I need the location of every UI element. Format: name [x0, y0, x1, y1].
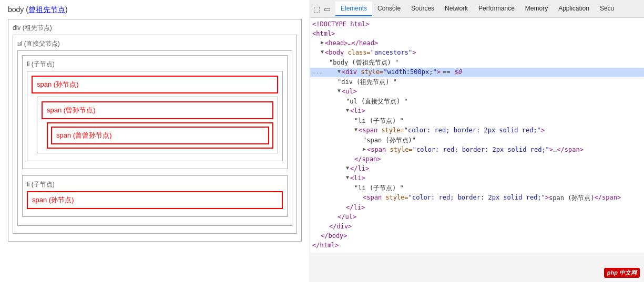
span-greatgrandchild-box: span (曾孙节点) span (曾曾孙节点): [37, 97, 278, 153]
tab-performance[interactable]: Performance: [473, 2, 520, 16]
tab-elements[interactable]: Elements: [335, 2, 372, 16]
triangle-icon[interactable]: ▼: [321, 49, 324, 55]
tab-application[interactable]: Application: [553, 2, 595, 16]
devtools-panel: ⬚ ▭ Elements Console Sources Network Per…: [310, 0, 644, 282]
html-line: ▼ <li>: [310, 107, 644, 116]
body-ancestor-link[interactable]: 曾祖先节点: [28, 5, 65, 14]
triangle-icon[interactable]: ▼: [338, 68, 341, 74]
html-line: <html>: [310, 29, 644, 39]
triangle-icon[interactable]: ▼: [346, 107, 349, 113]
tab-sources[interactable]: Sources: [406, 2, 439, 16]
devtools-icons: ⬚ ▭: [312, 5, 331, 13]
html-line: </li>: [310, 203, 644, 213]
span-greatgreatgrandchild: span (曾曾孙节点): [51, 127, 269, 144]
span-grandchild2: span (孙节点): [27, 191, 283, 209]
li2-box: li (子节点) span (孙节点): [22, 175, 288, 217]
body-box: div (祖先节点) ul (直接父节点) li (子节点) span (孙节点…: [8, 19, 302, 242]
triangle-icon[interactable]: ▶: [321, 39, 324, 45]
php-badge: php 中文网: [604, 268, 640, 278]
span-grandchild1: span (孙节点): [32, 76, 278, 93]
devtools-tabs-bar: ⬚ ▭ Elements Console Sources Network Per…: [310, 0, 644, 18]
li2-label: li (子节点): [27, 180, 283, 189]
span-greatgrandchild: span (曾孙节点): [42, 101, 273, 119]
html-line: "li (子节点) ": [310, 116, 644, 126]
tab-console[interactable]: Console: [372, 2, 406, 16]
html-line: ▼ <body class="ancestors">: [310, 48, 644, 58]
html-line: </ul>: [310, 213, 644, 222]
li1-box: li (子节点) span (孙节点) span (曾孙节点) span (曾曾…: [22, 55, 288, 169]
tab-security[interactable]: Secu: [595, 2, 619, 16]
triangle-icon[interactable]: ▼: [338, 88, 341, 93]
inspect-icon[interactable]: ⬚: [312, 5, 321, 13]
html-line: <span style="color: red; border: 2px sol…: [310, 193, 644, 203]
html-line: "ul (直接父节点) ": [310, 97, 644, 107]
div-label: div (祖先节点): [13, 24, 297, 33]
html-line: "body (曾祖先节点) ": [310, 58, 644, 68]
html-line-highlighted: ... ▼ <div style="width:500px;"> == $0: [310, 68, 644, 77]
html-line: ▼ <span style="color: red; border: 2px s…: [310, 126, 644, 135]
triangle-icon[interactable]: ▼: [354, 127, 357, 132]
ul-label: ul (直接父节点): [17, 39, 292, 48]
html-line: "span (孙节点)": [310, 135, 644, 145]
html-line: ▼ </li>: [310, 164, 644, 174]
device-icon[interactable]: ▭: [323, 5, 331, 13]
html-line: </html>: [310, 241, 644, 250]
triangle-icon[interactable]: ▼: [346, 174, 349, 180]
html-line: <!DOCTYPE html>: [310, 20, 644, 29]
html-line: ▼ <li>: [310, 174, 644, 183]
li1-label: li (子节点): [27, 60, 283, 69]
html-line: </body>: [310, 232, 644, 241]
html-line: "div (祖先节点) ": [310, 77, 644, 87]
devtools-content-wrap: <!DOCTYPE html> <html> ▶ <head>…</head> …: [310, 18, 644, 282]
body-label: body (曾祖先节点): [8, 5, 302, 15]
ul-box: li (子节点) span (孙节点) span (曾孙节点) span (曾曾…: [17, 50, 292, 226]
html-line: "li (子节点) ": [310, 183, 644, 193]
tab-memory[interactable]: Memory: [520, 2, 553, 16]
html-line: ▶ <head>…</head>: [310, 39, 644, 48]
div-box: ul (直接父节点) li (子节点) span (孙节点) span (曾孙节…: [13, 35, 297, 234]
line-gutter: ...: [312, 68, 327, 75]
html-line: </div>: [310, 222, 644, 232]
li1-inner-box: span (孙节点) span (曾孙节点) span (曾曾孙节点): [27, 71, 283, 161]
devtools-html-content: <!DOCTYPE html> <html> ▶ <head>…</head> …: [310, 18, 644, 253]
html-line: ▶ <span style="color: red; border: 2px s…: [310, 145, 644, 155]
html-line: </span>: [310, 155, 644, 164]
triangle-icon[interactable]: ▶: [363, 146, 366, 152]
html-line: ▼ <ul>: [310, 87, 644, 97]
triangle-icon[interactable]: ▼: [346, 165, 349, 171]
left-panel: body (曾祖先节点) div (祖先节点) ul (直接父节点) li (子…: [0, 0, 310, 282]
tab-network[interactable]: Network: [439, 2, 473, 16]
